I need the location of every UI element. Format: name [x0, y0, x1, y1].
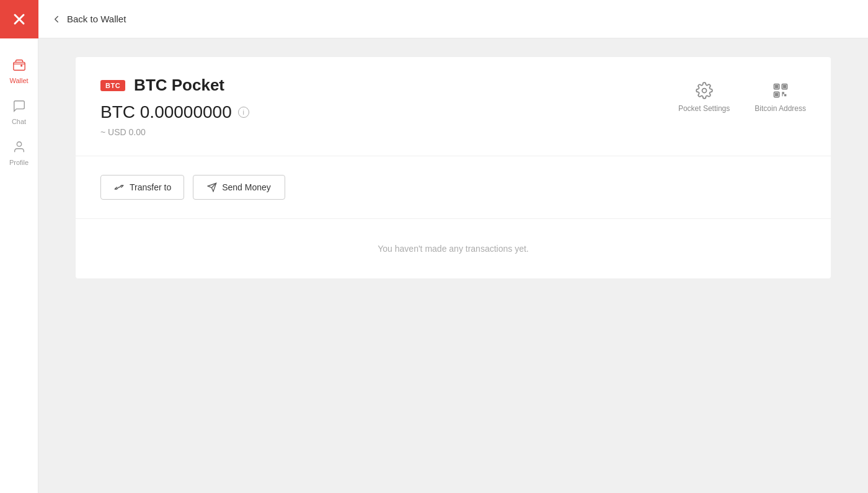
send-money-button[interactable]: Send Money	[193, 175, 285, 200]
sidebar-item-wallet[interactable]: Wallet	[0, 51, 38, 89]
chat-icon	[12, 99, 26, 115]
transactions-area: You haven't made any transactions yet.	[76, 219, 831, 278]
pocket-buttons: Transfer to Send Money	[76, 156, 831, 219]
back-arrow-icon	[51, 14, 62, 25]
svg-rect-0	[13, 62, 24, 70]
main-content: Back to Wallet BTC BTC Pocket BTC 0.0000…	[38, 0, 868, 493]
sidebar-item-chat-label: Chat	[12, 118, 26, 125]
pocket-balance: BTC 0.00000000 i	[100, 102, 678, 122]
transfer-to-button[interactable]: Transfer to	[100, 175, 184, 200]
pocket-card: BTC BTC Pocket BTC 0.00000000 i ~ USD 0.…	[76, 57, 831, 278]
svg-rect-7	[783, 86, 786, 88]
close-icon	[11, 11, 28, 28]
back-to-wallet-button[interactable]: Back to Wallet	[51, 14, 126, 25]
sidebar: Wallet Chat Profile	[0, 0, 38, 493]
sidebar-nav: Wallet Chat Profile	[0, 51, 38, 171]
bitcoin-address-button[interactable]: Bitcoin Address	[755, 82, 806, 113]
balance-value: BTC 0.00000000	[100, 102, 232, 122]
pocket-info: BTC BTC Pocket BTC 0.00000000 i ~ USD 0.…	[100, 76, 678, 137]
no-transactions-message: You haven't made any transactions yet.	[100, 244, 806, 254]
gear-icon	[696, 82, 713, 99]
pocket-settings-button[interactable]: Pocket Settings	[678, 82, 730, 113]
sidebar-item-chat[interactable]: Chat	[0, 92, 38, 130]
page-content: BTC BTC Pocket BTC 0.00000000 i ~ USD 0.…	[38, 38, 868, 493]
sidebar-item-profile[interactable]: Profile	[0, 133, 38, 171]
sidebar-item-profile-label: Profile	[9, 159, 29, 166]
app-logo[interactable]	[0, 0, 38, 38]
pocket-title-row: BTC BTC Pocket	[100, 76, 678, 95]
pocket-name: BTC Pocket	[134, 76, 224, 95]
pocket-header: BTC BTC Pocket BTC 0.00000000 i ~ USD 0.…	[76, 57, 831, 156]
btc-badge: BTC	[100, 80, 125, 91]
pocket-actions-right: Pocket Settings Bitcoin Address	[678, 76, 806, 113]
back-label: Back to Wallet	[67, 14, 126, 24]
pocket-settings-label: Pocket Settings	[678, 104, 730, 113]
svg-point-1	[17, 142, 21, 146]
bitcoin-address-label: Bitcoin Address	[755, 104, 806, 113]
wallet-icon	[12, 58, 26, 74]
transfer-label: Transfer to	[130, 182, 171, 192]
profile-icon	[12, 140, 26, 156]
topbar: Back to Wallet	[38, 0, 868, 38]
svg-rect-8	[775, 94, 777, 96]
balance-info-icon[interactable]: i	[238, 107, 249, 118]
transfer-icon	[113, 182, 125, 193]
pocket-usd: ~ USD 0.00	[100, 127, 678, 137]
sidebar-item-wallet-label: Wallet	[9, 77, 28, 84]
svg-rect-6	[775, 86, 777, 88]
send-icon	[207, 182, 217, 192]
send-money-label: Send Money	[222, 182, 271, 192]
svg-point-2	[702, 89, 706, 93]
qr-code-icon	[772, 82, 789, 99]
